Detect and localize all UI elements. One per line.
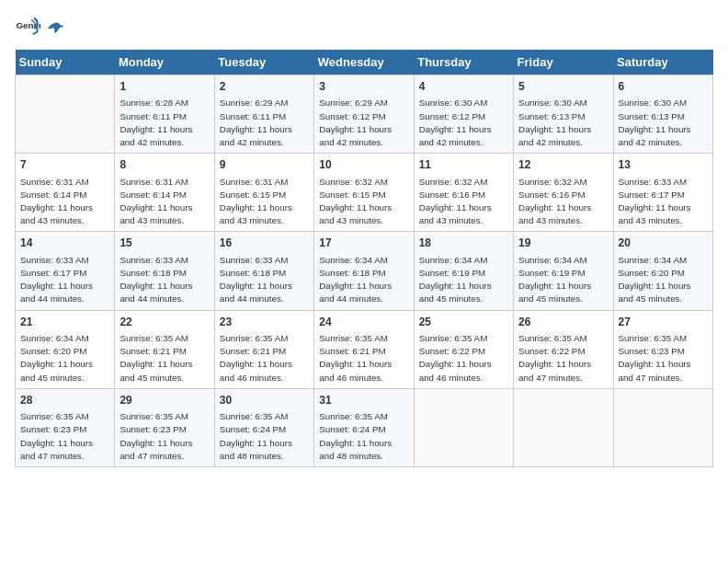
col-thursday: Thursday: [414, 50, 513, 75]
day-info: Sunset: 6:17 PM: [20, 267, 109, 280]
day-info: Sunset: 6:11 PM: [220, 110, 309, 123]
day-info: Sunset: 6:16 PM: [419, 189, 508, 201]
table-row: 16Sunrise: 6:33 AMSunset: 6:18 PMDayligh…: [214, 232, 313, 310]
day-info: and 45 minutes.: [518, 293, 608, 305]
day-info: and 44 minutes.: [20, 293, 109, 305]
day-info: and 47 minutes.: [619, 372, 708, 385]
day-number: 10: [319, 157, 408, 173]
day-number: 26: [518, 315, 608, 330]
day-info: Sunset: 6:19 PM: [419, 267, 508, 280]
day-info: Sunset: 6:14 PM: [119, 189, 209, 201]
day-info: and 45 minutes.: [20, 372, 109, 385]
table-row: 5Sunrise: 6:30 AMSunset: 6:13 PMDaylight…: [514, 75, 613, 154]
day-info: and 42 minutes.: [419, 136, 508, 149]
day-info: Sunset: 6:24 PM: [319, 423, 408, 436]
table-row: 6Sunrise: 6:30 AMSunset: 6:13 PMDaylight…: [613, 75, 712, 154]
day-info: Daylight: 11 hours: [20, 201, 109, 214]
day-info: Sunrise: 6:32 AM: [319, 176, 408, 189]
day-info: Sunset: 6:20 PM: [20, 345, 109, 358]
day-info: and 42 minutes.: [518, 136, 608, 149]
table-row: 31Sunrise: 6:35 AMSunset: 6:24 PMDayligh…: [314, 388, 414, 466]
day-number: 28: [20, 393, 109, 408]
day-info: Daylight: 11 hours: [419, 358, 508, 371]
day-info: Sunrise: 6:35 AM: [220, 410, 309, 423]
table-row: 8Sunrise: 6:31 AMSunset: 6:14 PMDaylight…: [115, 154, 214, 232]
day-number: 5: [518, 79, 608, 95]
day-info: and 44 minutes.: [119, 293, 209, 305]
day-info: Sunrise: 6:35 AM: [518, 332, 608, 345]
day-info: Daylight: 11 hours: [220, 437, 309, 450]
day-info: Daylight: 11 hours: [518, 280, 608, 293]
day-number: 31: [319, 393, 408, 408]
day-info: Sunrise: 6:29 AM: [319, 97, 408, 109]
day-number: 1: [119, 79, 209, 95]
day-info: Daylight: 11 hours: [119, 123, 209, 136]
day-number: 3: [319, 79, 408, 95]
day-info: Sunset: 6:22 PM: [518, 345, 608, 358]
day-info: Daylight: 11 hours: [319, 437, 408, 450]
day-number: 14: [20, 236, 109, 251]
day-info: Sunrise: 6:31 AM: [20, 176, 109, 189]
table-row: 21Sunrise: 6:34 AMSunset: 6:20 PMDayligh…: [16, 310, 115, 388]
table-row: 28Sunrise: 6:35 AMSunset: 6:23 PMDayligh…: [16, 388, 115, 466]
day-info: Daylight: 11 hours: [220, 358, 309, 371]
day-number: 6: [619, 79, 708, 95]
day-info: Sunset: 6:13 PM: [619, 110, 708, 123]
day-info: Sunset: 6:18 PM: [319, 267, 408, 280]
day-info: Sunset: 6:17 PM: [619, 189, 708, 201]
day-number: 19: [518, 236, 608, 251]
day-info: Daylight: 11 hours: [319, 358, 408, 371]
day-info: Daylight: 11 hours: [319, 280, 408, 293]
logo-bird-icon: [44, 19, 64, 40]
day-info: Sunrise: 6:34 AM: [319, 254, 408, 267]
table-row: 4Sunrise: 6:30 AMSunset: 6:12 PMDaylight…: [414, 75, 513, 154]
day-number: 30: [220, 393, 309, 408]
table-row: 11Sunrise: 6:32 AMSunset: 6:16 PMDayligh…: [414, 154, 513, 232]
day-info: Sunset: 6:22 PM: [419, 345, 508, 358]
day-info: and 46 minutes.: [419, 372, 508, 385]
day-info: and 47 minutes.: [518, 372, 608, 385]
day-info: Sunset: 6:23 PM: [20, 423, 109, 436]
day-info: Sunrise: 6:31 AM: [119, 176, 209, 189]
day-info: Daylight: 11 hours: [419, 123, 508, 136]
day-info: Sunrise: 6:32 AM: [419, 176, 508, 189]
day-info: Sunrise: 6:28 AM: [119, 97, 209, 109]
day-info: Sunrise: 6:33 AM: [20, 254, 109, 267]
day-number: 18: [419, 236, 508, 251]
day-info: Daylight: 11 hours: [419, 280, 508, 293]
day-info: and 48 minutes.: [220, 450, 309, 463]
table-row: 27Sunrise: 6:35 AMSunset: 6:23 PMDayligh…: [613, 310, 712, 388]
day-info: Sunrise: 6:35 AM: [119, 410, 209, 423]
day-info: Sunrise: 6:34 AM: [20, 332, 109, 345]
day-info: Sunset: 6:21 PM: [319, 345, 408, 358]
day-number: 16: [220, 236, 309, 251]
calendar-body: 1Sunrise: 6:28 AMSunset: 6:11 PMDaylight…: [16, 75, 713, 467]
table-row: 23Sunrise: 6:35 AMSunset: 6:21 PMDayligh…: [214, 310, 313, 388]
day-info: Daylight: 11 hours: [20, 437, 109, 450]
day-number: 27: [619, 315, 708, 330]
calendar-week-row: 14Sunrise: 6:33 AMSunset: 6:17 PMDayligh…: [16, 232, 713, 310]
day-info: Sunrise: 6:35 AM: [319, 332, 408, 345]
day-info: and 44 minutes.: [220, 293, 309, 305]
day-info: and 43 minutes.: [119, 214, 209, 227]
table-row: 10Sunrise: 6:32 AMSunset: 6:15 PMDayligh…: [314, 154, 414, 232]
day-info: and 48 minutes.: [319, 450, 408, 463]
col-wednesday: Wednesday: [314, 50, 414, 75]
day-info: and 43 minutes.: [619, 214, 708, 227]
day-info: and 43 minutes.: [419, 214, 508, 227]
day-info: Daylight: 11 hours: [119, 280, 209, 293]
day-info: Sunset: 6:21 PM: [119, 345, 209, 358]
calendar-header-row: Sunday Monday Tuesday Wednesday Thursday…: [16, 50, 713, 75]
day-info: Sunrise: 6:35 AM: [20, 410, 109, 423]
day-number: 17: [319, 236, 408, 251]
day-info: Sunset: 6:20 PM: [619, 267, 708, 280]
day-info: Sunrise: 6:30 AM: [518, 97, 608, 109]
col-monday: Monday: [115, 50, 214, 75]
day-info: Daylight: 11 hours: [518, 201, 608, 214]
calendar-week-row: 28Sunrise: 6:35 AMSunset: 6:23 PMDayligh…: [16, 388, 713, 466]
day-info: Sunset: 6:13 PM: [518, 110, 608, 123]
table-row: [16, 75, 115, 154]
day-info: Daylight: 11 hours: [518, 358, 608, 371]
table-row: 19Sunrise: 6:34 AMSunset: 6:19 PMDayligh…: [514, 232, 613, 310]
table-row: 24Sunrise: 6:35 AMSunset: 6:21 PMDayligh…: [314, 310, 414, 388]
